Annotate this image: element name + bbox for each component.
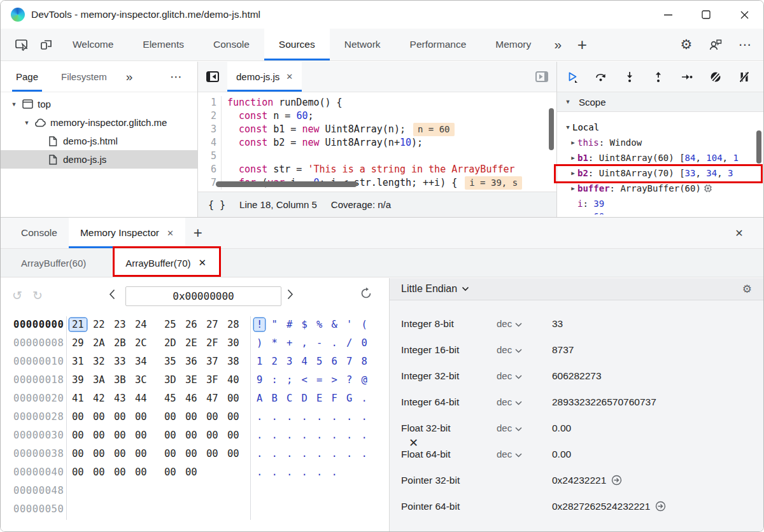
ascii-char[interactable]: F — [332, 393, 347, 404]
close-drawer-icon[interactable]: ✕ — [726, 218, 752, 249]
hex-byte[interactable]: 29 — [72, 337, 93, 349]
add-tab-icon[interactable]: + — [570, 29, 594, 60]
ascii-char[interactable]: A — [257, 393, 272, 404]
hex-byte[interactable]: 00 — [164, 448, 185, 459]
ascii-char[interactable]: . — [302, 466, 317, 478]
ascii-char[interactable]: . — [316, 448, 332, 459]
hex-byte[interactable]: 3C — [135, 374, 156, 386]
main-tab-network[interactable]: Network — [330, 29, 395, 60]
ascii-char[interactable]: . — [257, 430, 272, 441]
hex-byte[interactable]: 00 — [164, 411, 185, 423]
hex-byte[interactable]: 00 — [135, 448, 156, 459]
hex-byte[interactable]: 00 — [227, 411, 248, 423]
scope-variable-n[interactable]: n: 60 — [557, 211, 763, 214]
hex-byte[interactable]: 33 — [114, 356, 135, 367]
close-tab-icon[interactable]: ✕ — [167, 228, 174, 238]
ascii-char[interactable]: < — [302, 374, 317, 386]
scope-variable-b1[interactable]: ▶b1: Uint8Array(60) [84, 104, 1 — [557, 150, 763, 165]
tree-item-top[interactable]: ▼top — [1, 95, 197, 113]
ascii-char[interactable]: . — [346, 448, 362, 459]
endianness-select[interactable]: Little Endian — [401, 283, 457, 295]
main-tab-elements[interactable]: Elements — [128, 29, 199, 60]
hex-byte[interactable]: 00 — [114, 466, 135, 478]
hex-byte[interactable]: 2C — [135, 337, 156, 349]
hex-byte[interactable]: 34 — [135, 356, 156, 367]
hex-byte[interactable]: 30 — [227, 337, 248, 349]
hex-byte[interactable]: 00 — [227, 448, 248, 459]
ascii-char[interactable]: ) — [257, 337, 272, 349]
ascii-char[interactable]: . — [272, 411, 287, 423]
step-out-icon[interactable] — [652, 71, 665, 83]
ascii-char[interactable]: . — [302, 448, 317, 459]
ascii-char[interactable]: # — [286, 319, 302, 330]
ascii-char[interactable]: C — [286, 393, 302, 404]
ascii-char[interactable]: % — [316, 319, 332, 330]
ascii-char[interactable]: . — [332, 430, 347, 441]
hex-byte[interactable]: 45 — [164, 393, 185, 404]
hex-byte[interactable]: 00 — [185, 430, 206, 441]
hex-byte[interactable]: 46 — [185, 393, 206, 404]
ascii-char[interactable]: = — [316, 374, 332, 386]
hex-byte[interactable]: 2F — [206, 337, 227, 349]
step-icon[interactable] — [681, 71, 693, 83]
memory-inspector-chip-icon[interactable] — [701, 183, 712, 193]
editor-vertical-scrollbar[interactable] — [549, 108, 554, 150]
hex-byte[interactable]: 36 — [185, 356, 206, 367]
deactivate-breakpoints-icon[interactable] — [709, 71, 722, 83]
redo-icon[interactable]: ↻ — [32, 288, 43, 303]
drawer-tab-memory-inspector[interactable]: Memory Inspector✕ — [69, 218, 185, 248]
hex-byte[interactable]: 2A — [93, 337, 114, 349]
ascii-char[interactable]: . — [272, 466, 287, 478]
hide-navigator-icon[interactable] — [198, 62, 227, 92]
ascii-char[interactable]: E — [316, 393, 332, 404]
hex-byte[interactable]: 00 — [114, 448, 135, 459]
hex-byte[interactable]: 00 — [164, 466, 185, 478]
inspect-icon[interactable] — [10, 29, 34, 60]
hex-byte[interactable]: 00 — [206, 411, 227, 423]
ascii-char[interactable]: 9 — [257, 374, 272, 386]
ascii-char[interactable]: : — [272, 374, 287, 386]
hex-byte[interactable]: 43 — [114, 393, 135, 404]
hex-byte[interactable]: 00 — [164, 430, 185, 441]
refresh-icon[interactable] — [360, 287, 372, 300]
scope-group-local[interactable]: ▼Local — [557, 120, 763, 135]
tree-item-memory-inspector-glitch-me[interactable]: ▼memory-inspector.glitch.me — [1, 113, 197, 132]
expand-caret-icon[interactable]: ▶ — [569, 185, 577, 192]
ascii-char[interactable]: / — [346, 337, 362, 349]
scope-variable-this[interactable]: ▶this: Window — [557, 135, 763, 150]
ascii-char[interactable]: ; — [286, 374, 302, 386]
hex-byte[interactable]: 41 — [72, 393, 93, 404]
hex-byte[interactable]: 3B — [114, 374, 135, 386]
hex-byte[interactable]: 44 — [135, 393, 156, 404]
navigator-overflow-icon[interactable]: ⋯ — [170, 69, 183, 84]
more-options-icon[interactable]: ⋯ — [733, 37, 757, 52]
undo-icon[interactable]: ↺ — [12, 288, 22, 303]
ascii-char[interactable]: . — [362, 430, 377, 441]
hex-byte[interactable]: 00 — [227, 393, 248, 404]
hex-byte[interactable]: 24 — [135, 319, 156, 330]
hex-grid[interactable]: 000000002122232425262728!"#$%&'(00000008… — [1, 314, 389, 531]
hex-byte[interactable]: 27 — [206, 319, 227, 330]
expand-caret-icon[interactable]: ▼ — [22, 120, 31, 126]
ascii-char[interactable]: . — [272, 448, 287, 459]
format-select[interactable]: dec — [497, 370, 552, 381]
feedback-icon[interactable] — [704, 38, 728, 51]
editor-horizontal-scrollbar[interactable] — [216, 181, 357, 187]
ascii-char[interactable]: . — [346, 411, 362, 423]
hex-byte[interactable]: 00 — [72, 411, 93, 423]
ascii-char[interactable]: 5 — [316, 356, 332, 367]
ascii-char[interactable]: 8 — [362, 356, 377, 367]
ascii-char[interactable]: 7 — [346, 356, 362, 367]
hex-byte[interactable]: 31 — [72, 356, 93, 367]
ascii-char[interactable]: > — [332, 374, 347, 386]
hex-byte[interactable]: 22 — [93, 319, 114, 330]
scope-vertical-scrollbar[interactable] — [756, 130, 761, 164]
hex-byte[interactable]: 23 — [114, 319, 135, 330]
hex-byte[interactable]: 3F — [206, 374, 227, 386]
hex-byte[interactable]: 00 — [93, 411, 114, 423]
hex-byte[interactable]: 25 — [164, 319, 185, 330]
ascii-char[interactable]: G — [346, 393, 362, 404]
format-select[interactable]: dec — [497, 318, 552, 329]
hex-byte[interactable]: 00 — [135, 466, 156, 478]
open-debugger-sidebar-icon[interactable] — [527, 62, 556, 92]
